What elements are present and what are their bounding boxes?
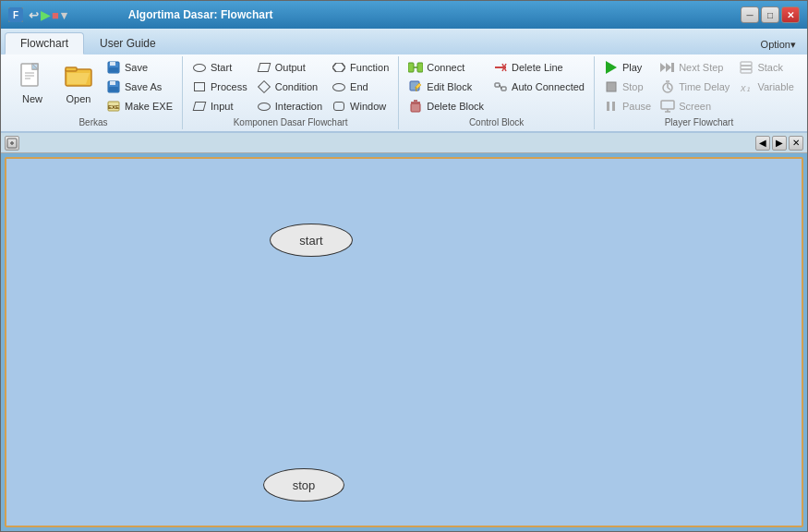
title-bar-controls: ─ □ ✕	[741, 6, 800, 23]
pause-label: Pause	[622, 101, 651, 112]
save-label: Save	[125, 62, 148, 73]
player-label: Player Flowchart	[665, 115, 733, 127]
player-content: Play Stop	[600, 58, 798, 115]
player-col2: Next Step Time Delay	[657, 58, 733, 115]
function-label: Function	[350, 62, 389, 73]
auto-connected-button[interactable]: Auto Connected	[489, 78, 588, 96]
stop-shape[interactable]: stop	[263, 468, 344, 502]
edit-block-icon	[408, 79, 423, 94]
ribbon-group-player: Play Stop	[595, 56, 803, 129]
svg-rect-33	[607, 102, 609, 111]
pause-button[interactable]: Pause	[600, 97, 655, 115]
minimize-btn[interactable]: ─	[741, 6, 759, 23]
delete-block-button[interactable]: Delete Block	[404, 97, 488, 115]
screen-label: Screen	[679, 101, 711, 112]
komponen-label: Komponen Dasar Flowchart	[234, 115, 348, 127]
interaction-button[interactable]: Interaction	[253, 97, 326, 115]
ribbon-group-komponen: Start Process Input Output	[183, 56, 399, 129]
svg-rect-29	[495, 83, 500, 87]
save-as-button[interactable]: Save As	[103, 78, 176, 96]
time-delay-button[interactable]: Time Delay	[657, 78, 733, 96]
stop-button[interactable]: Stop	[600, 78, 655, 96]
open-label: Open	[66, 93, 91, 104]
condition-shape-icon	[257, 79, 271, 94]
edit-block-label: Edit Block	[427, 81, 472, 92]
flowchart-canvas[interactable]: start stop	[5, 157, 803, 527]
time-delay-label: Time Delay	[679, 81, 730, 92]
komponen-content: Start Process Input Output	[188, 58, 392, 115]
delete-block-label: Delete Block	[427, 101, 484, 112]
next-step-icon	[660, 60, 675, 75]
svg-rect-13	[110, 81, 115, 85]
new-button[interactable]: New	[10, 58, 54, 106]
play-button[interactable]: Play	[600, 58, 655, 77]
make-exe-button[interactable]: EXE Make EXE	[103, 97, 176, 115]
ribbon-group-berkas: New Open	[5, 56, 183, 129]
app-icon: F	[8, 7, 23, 22]
function-button[interactable]: Function	[328, 58, 392, 77]
undo-btn[interactable]: ↩	[29, 8, 39, 22]
ribbon-options[interactable]: Option▾	[754, 35, 803, 54]
play-icon	[604, 60, 619, 75]
save-icon	[106, 60, 121, 75]
ribbon-tabs: Flowchart User Guide Option▾	[1, 29, 807, 54]
screen-button[interactable]: Screen	[657, 97, 733, 115]
next-step-button[interactable]: Next Step	[657, 58, 733, 77]
restore-btn[interactable]: □	[761, 6, 779, 23]
start-button[interactable]: Start	[188, 58, 251, 77]
tab-user-guide[interactable]: User Guide	[84, 32, 172, 54]
canvas-toolbar: ◀ ▶ ✕	[1, 133, 807, 153]
player-col3: Stack x₁ Variable	[735, 58, 798, 96]
variable-label: Variable	[757, 81, 794, 92]
more-btn[interactable]: ▾	[61, 8, 67, 22]
edit-block-button[interactable]: Edit Block	[404, 78, 488, 96]
svg-rect-8	[66, 67, 77, 71]
svg-rect-23	[411, 103, 420, 112]
delete-line-label: Delete Line	[512, 62, 563, 73]
end-button[interactable]: End	[328, 78, 392, 96]
scroll-close-btn[interactable]: ✕	[789, 136, 803, 151]
delete-line-icon	[493, 60, 508, 75]
run-btn[interactable]: ▶	[41, 8, 50, 22]
komponen-col3: Function End Window	[328, 58, 392, 115]
end-label: End	[350, 81, 368, 92]
title-bar-left: F ↩ ▶ ■ ▾ Algortima Dasar: Flowchart	[8, 7, 273, 22]
input-label: Input	[211, 101, 233, 112]
save-as-label: Save As	[125, 81, 162, 92]
canvas-zoom-btn[interactable]	[5, 136, 19, 151]
condition-button[interactable]: Condition	[253, 78, 326, 96]
window-button[interactable]: Window	[328, 97, 392, 115]
komponen-col2: Output Condition Interaction	[253, 58, 326, 115]
tab-flowchart[interactable]: Flowchart	[5, 32, 84, 54]
start-label: Start	[211, 62, 232, 73]
connect-icon	[408, 60, 423, 75]
scroll-prev-btn[interactable]: ◀	[755, 136, 770, 151]
save-button[interactable]: Save	[103, 58, 176, 77]
svg-rect-42	[661, 101, 674, 109]
stack-button[interactable]: Stack	[735, 58, 798, 77]
variable-button[interactable]: x₁ Variable	[735, 78, 798, 96]
start-shape-icon	[192, 60, 207, 75]
input-button[interactable]: Input	[188, 97, 251, 115]
save-col: Save Save As	[103, 58, 176, 115]
start-shape[interactable]: start	[270, 224, 353, 257]
delete-line-button[interactable]: Delete Line	[489, 58, 588, 77]
end-shape-icon	[332, 79, 346, 94]
variable-icon: x₁	[739, 79, 754, 94]
close-btn[interactable]: ✕	[781, 6, 800, 23]
output-button[interactable]: Output	[253, 58, 326, 77]
player-col1: Play Stop	[600, 58, 655, 115]
window-title: Algortima Dasar: Flowchart	[128, 8, 273, 21]
svg-rect-32	[607, 82, 616, 91]
svg-rect-19	[417, 63, 423, 72]
stack-label: Stack	[757, 62, 783, 73]
process-button[interactable]: Process	[188, 78, 251, 96]
svg-text:EXE: EXE	[108, 104, 119, 110]
svg-rect-45	[741, 62, 752, 66]
connect-button[interactable]: Connect	[404, 58, 488, 77]
scroll-next-btn[interactable]: ▶	[772, 136, 787, 151]
next-step-label: Next Step	[679, 62, 723, 73]
stop-quick-btn[interactable]: ■	[52, 8, 59, 22]
open-button[interactable]: Open	[56, 58, 101, 106]
stop-shape-label: stop	[293, 478, 316, 492]
